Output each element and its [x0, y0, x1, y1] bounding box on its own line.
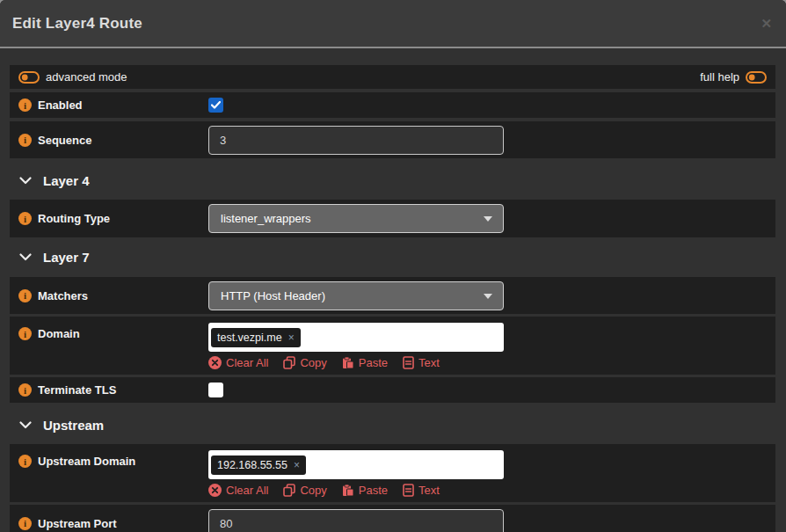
- chevron-down-icon: [19, 253, 32, 261]
- modal-title: Edit Layer4 Route: [12, 15, 142, 33]
- clear-all-icon: [208, 484, 222, 497]
- toggle-off-icon: [18, 71, 40, 84]
- upstream-domain-tag-actions: Clear All Copy Paste Text: [208, 484, 504, 497]
- advanced-mode-label: advanced mode: [46, 70, 127, 84]
- modal-header: Edit Layer4 Route ✕: [0, 0, 786, 48]
- modal-body: advanced mode full help i Enabled i Sequ…: [0, 48, 786, 532]
- info-icon[interactable]: i: [18, 98, 32, 112]
- section-title: Layer 4: [43, 173, 90, 188]
- info-icon[interactable]: i: [18, 455, 32, 468]
- enabled-row: i Enabled: [10, 92, 775, 118]
- caret-down-icon: [484, 216, 492, 222]
- close-icon[interactable]: ✕: [761, 17, 772, 30]
- text-file-icon: [403, 484, 414, 497]
- enabled-checkbox[interactable]: [208, 98, 223, 113]
- upstream-domain-tags-input[interactable]: 192.168.55.55 ×: [208, 450, 504, 479]
- tag-remove-icon[interactable]: ×: [288, 332, 295, 343]
- sequence-row: i Sequence: [10, 121, 775, 158]
- paste-icon: [342, 484, 354, 497]
- domain-tag: test.vezpi.me ×: [211, 328, 301, 347]
- section-title: Layer 7: [43, 250, 90, 265]
- sequence-input[interactable]: [208, 126, 504, 155]
- info-icon[interactable]: i: [18, 517, 32, 530]
- text-button[interactable]: Text: [403, 484, 440, 497]
- upstream-port-label: Upstream Port: [38, 517, 117, 530]
- section-upstream[interactable]: Upstream: [10, 406, 775, 444]
- routing-type-select[interactable]: listener_wrappers: [208, 204, 504, 233]
- upstream-domain-tag: 192.168.55.55 ×: [211, 455, 306, 475]
- help-toolbar: advanced mode full help: [10, 65, 775, 89]
- info-icon[interactable]: i: [18, 383, 32, 397]
- chevron-down-icon: [19, 421, 32, 429]
- terminate-tls-checkbox[interactable]: [208, 383, 223, 397]
- info-icon[interactable]: i: [18, 289, 32, 302]
- full-help-toggle[interactable]: full help: [700, 70, 767, 84]
- section-title: Upstream: [43, 418, 104, 433]
- text-button[interactable]: Text: [403, 356, 440, 369]
- section-layer4[interactable]: Layer 4: [10, 162, 775, 200]
- matchers-label: Matchers: [38, 289, 88, 302]
- matchers-value: HTTP (Host Header): [221, 289, 325, 302]
- clear-all-button[interactable]: Clear All: [208, 484, 268, 497]
- domain-tag-actions: Clear All Copy Paste Text: [208, 356, 504, 369]
- caret-down-icon: [484, 294, 492, 299]
- paste-icon: [342, 356, 354, 369]
- advanced-mode-toggle[interactable]: advanced mode: [18, 70, 127, 84]
- toggle-off-icon: [746, 71, 767, 84]
- domain-tag-text: test.vezpi.me: [217, 332, 282, 344]
- chevron-down-icon: [19, 177, 32, 185]
- section-layer7[interactable]: Layer 7: [10, 237, 775, 277]
- matchers-row: i Matchers HTTP (Host Header): [10, 277, 775, 314]
- routing-type-value: listener_wrappers: [221, 212, 311, 225]
- copy-button[interactable]: Copy: [283, 356, 326, 369]
- info-icon[interactable]: i: [18, 134, 32, 147]
- upstream-domain-row: i Upstream Domain 192.168.55.55 × Clear …: [10, 444, 775, 502]
- info-icon[interactable]: i: [18, 212, 32, 225]
- terminate-tls-label: Terminate TLS: [38, 383, 116, 397]
- copy-icon: [283, 356, 295, 369]
- routing-type-row: i Routing Type listener_wrappers: [10, 200, 775, 237]
- copy-icon: [283, 484, 295, 497]
- copy-button[interactable]: Copy: [283, 484, 326, 497]
- domain-row: i Domain test.vezpi.me × Clear All: [10, 317, 775, 375]
- clear-all-icon: [208, 356, 222, 369]
- sequence-label: Sequence: [38, 134, 91, 147]
- upstream-domain-label: Upstream Domain: [38, 455, 135, 468]
- matchers-select[interactable]: HTTP (Host Header): [208, 281, 504, 310]
- text-file-icon: [403, 356, 414, 369]
- paste-button[interactable]: Paste: [342, 484, 388, 497]
- domain-tags-input[interactable]: test.vezpi.me ×: [208, 323, 504, 352]
- upstream-port-row: i Upstream Port: [10, 505, 775, 532]
- check-icon: [211, 101, 221, 109]
- tag-remove-icon[interactable]: ×: [294, 460, 300, 470]
- enabled-label: Enabled: [38, 98, 83, 112]
- clear-all-button[interactable]: Clear All: [208, 356, 268, 369]
- paste-button[interactable]: Paste: [342, 356, 388, 369]
- info-icon[interactable]: i: [18, 327, 32, 340]
- domain-label: Domain: [38, 327, 80, 340]
- upstream-domain-tag-text: 192.168.55.55: [217, 459, 287, 471]
- terminate-tls-row: i Terminate TLS: [10, 377, 775, 403]
- edit-layer4-route-modal: Edit Layer4 Route ✕ advanced mode full h…: [0, 0, 786, 532]
- full-help-label: full help: [700, 70, 739, 84]
- routing-type-label: Routing Type: [38, 212, 110, 225]
- upstream-port-input[interactable]: [208, 509, 504, 532]
